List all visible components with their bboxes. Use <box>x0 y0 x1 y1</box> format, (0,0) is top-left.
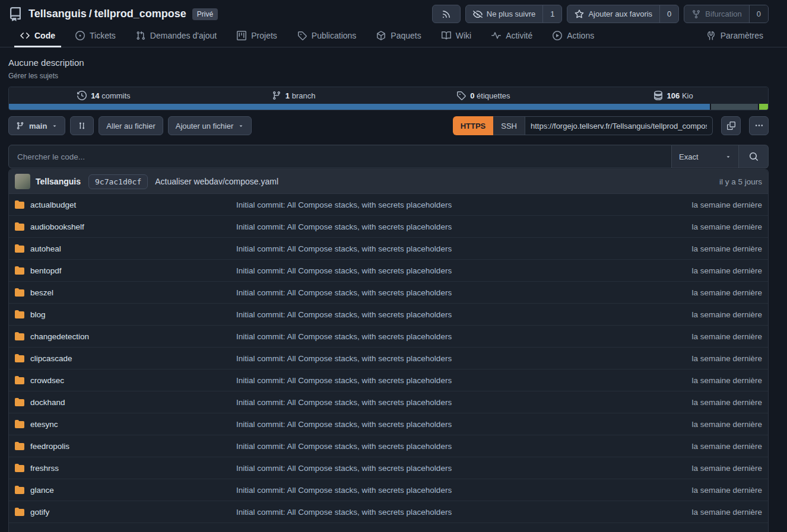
repo-title-separator: / <box>89 8 92 20</box>
language-segment-tertiary[interactable] <box>759 104 768 110</box>
unwatch-button[interactable]: Ne plus suivre <box>466 5 542 23</box>
compare-button[interactable] <box>70 116 94 135</box>
stat-tags[interactable]: 0 étiquettes <box>389 91 579 100</box>
file-date: la semaine dernière <box>661 376 762 385</box>
file-name-link[interactable]: changedetection <box>30 332 89 341</box>
table-row: blog Initial commit: All Compose stacks,… <box>9 304 768 326</box>
branch-name: main <box>29 122 47 130</box>
tag-icon <box>297 31 307 40</box>
file-commit-message-link[interactable]: Initial commit: All Compose stacks, with… <box>236 310 661 319</box>
file-commit-message-link[interactable]: Initial commit: All Compose stacks, with… <box>236 354 661 363</box>
avatar[interactable] <box>15 174 30 189</box>
file-commit-message-link[interactable]: Initial commit: All Compose stacks, with… <box>236 398 661 407</box>
chevron-down-icon <box>238 123 244 129</box>
size-count: 106 <box>667 91 680 100</box>
language-bar[interactable] <box>9 104 768 110</box>
file-commit-message-link[interactable]: Initial commit: All Compose stacks, with… <box>236 222 661 231</box>
file-commit-message-link[interactable]: Initial commit: All Compose stacks, with… <box>236 200 661 209</box>
file-name-link[interactable]: freshrss <box>30 464 59 473</box>
tag-icon <box>456 91 466 100</box>
table-row-partial <box>9 523 768 532</box>
file-commit-message-link[interactable]: Initial commit: All Compose stacks, with… <box>236 288 661 297</box>
file-commit-message-link[interactable]: Initial commit: All Compose stacks, with… <box>236 420 661 429</box>
file-name-link[interactable]: autoheal <box>30 244 61 253</box>
search-mode-select[interactable]: Exact <box>672 145 739 168</box>
file-name-link[interactable]: gotify <box>30 508 49 517</box>
file-name-link[interactable]: bentopdf <box>30 266 62 275</box>
tab-projects[interactable]: Projets <box>231 24 283 47</box>
file-name-link[interactable]: beszel <box>30 288 53 297</box>
copy-url-button[interactable] <box>721 116 741 135</box>
tab-actions[interactable]: Actions <box>547 24 600 47</box>
folder-icon <box>15 485 24 495</box>
goto-file-button[interactable]: Aller au fichier <box>99 116 163 135</box>
file-commit-message-link[interactable]: Initial commit: All Compose stacks, with… <box>236 442 661 451</box>
stat-commits[interactable]: 14 commits <box>9 91 199 100</box>
file-name-cell: feedropolis <box>15 441 236 451</box>
file-name-link[interactable]: blog <box>30 310 46 319</box>
table-row: dockhand Initial commit: All Compose sta… <box>9 391 768 413</box>
clone-url-input[interactable] <box>525 116 713 135</box>
tab-releases[interactable]: Publications <box>291 24 363 47</box>
file-date: la semaine dernière <box>661 420 762 429</box>
file-commit-message-link[interactable]: Initial commit: All Compose stacks, with… <box>236 376 661 385</box>
manage-topics-link[interactable]: Gérer les sujets <box>8 72 769 80</box>
file-commit-message-link[interactable]: Initial commit: All Compose stacks, with… <box>236 508 661 517</box>
tab-settings-label: Paramètres <box>721 31 763 40</box>
code-search-input[interactable] <box>8 145 672 168</box>
tab-code[interactable]: Code <box>14 24 61 47</box>
commit-author-link[interactable]: Tellsanguis <box>36 177 81 186</box>
commit-sha-link[interactable]: 9c7ac1d0cf <box>88 174 148 189</box>
forks-count[interactable]: 0 <box>749 5 768 23</box>
stat-size[interactable]: 106 Kio <box>578 91 768 100</box>
ssh-toggle-button[interactable]: SSH <box>493 116 525 135</box>
file-name-link[interactable]: etesync <box>30 420 58 429</box>
file-name-link[interactable]: actualbudget <box>30 200 76 209</box>
fork-button[interactable]: Bifurcation <box>684 5 748 23</box>
file-name-link[interactable]: clipcascade <box>30 354 72 363</box>
fork-icon <box>691 9 701 19</box>
tab-activity[interactable]: Activité <box>485 24 538 47</box>
commit-message-link[interactable]: Actualiser webdav/compose.yaml <box>155 177 278 186</box>
code-search-bar: Exact <box>8 145 769 168</box>
tab-issues[interactable]: Tickets <box>69 24 122 47</box>
language-segment-primary[interactable] <box>9 104 710 110</box>
table-row: glance Initial commit: All Compose stack… <box>9 479 768 501</box>
table-row: audiobookshelf Initial commit: All Compo… <box>9 216 768 238</box>
folder-icon <box>15 463 24 473</box>
https-toggle-button[interactable]: HTTPS <box>453 116 494 135</box>
file-name-link[interactable]: dockhand <box>30 398 65 407</box>
tab-settings[interactable]: Paramètres <box>700 24 769 47</box>
branch-selector[interactable]: main <box>8 116 65 135</box>
watchers-count[interactable]: 1 <box>542 5 561 23</box>
rss-button[interactable] <box>432 5 461 23</box>
repo-name-link[interactable]: tellprod_compose <box>94 8 186 20</box>
repo-owner-link[interactable]: Tellsanguis <box>28 8 87 20</box>
file-commit-message-link[interactable]: Initial commit: All Compose stacks, with… <box>236 486 661 495</box>
file-commit-message-link[interactable]: Initial commit: All Compose stacks, with… <box>236 332 661 341</box>
tab-pull-requests[interactable]: Demandes d'ajout <box>130 24 223 47</box>
stars-count[interactable]: 0 <box>659 5 678 23</box>
file-name-link[interactable]: feedropolis <box>30 442 69 451</box>
file-name-cell: clipcascade <box>15 353 236 363</box>
search-submit-button[interactable] <box>739 145 769 168</box>
tab-wiki[interactable]: Wiki <box>436 24 477 47</box>
database-icon <box>653 91 663 100</box>
star-button[interactable]: Ajouter aux favoris <box>567 5 659 23</box>
watch-button-group: Ne plus suivre 1 <box>465 5 563 23</box>
file-name-link[interactable]: crowdsec <box>30 376 64 385</box>
language-segment-secondary[interactable] <box>711 104 758 110</box>
file-commit-message-link[interactable]: Initial commit: All Compose stacks, with… <box>236 266 661 275</box>
file-name-link[interactable]: audiobookshelf <box>30 222 84 231</box>
tab-packages[interactable]: Paquets <box>370 24 427 47</box>
more-options-button[interactable] <box>749 116 769 135</box>
code-icon <box>20 31 30 40</box>
file-commit-message-link[interactable]: Initial commit: All Compose stacks, with… <box>236 244 661 253</box>
size-label: Kio <box>682 91 693 100</box>
page-container: Tellsanguis/tellprod_compose Privé Ne pl… <box>8 0 769 20</box>
file-name-link[interactable]: glance <box>30 486 54 495</box>
file-date: la semaine dernière <box>661 310 762 319</box>
add-file-button[interactable]: Ajouter un fichier <box>168 116 252 135</box>
stat-branches[interactable]: 1 branch <box>199 91 389 100</box>
file-commit-message-link[interactable]: Initial commit: All Compose stacks, with… <box>236 464 661 473</box>
